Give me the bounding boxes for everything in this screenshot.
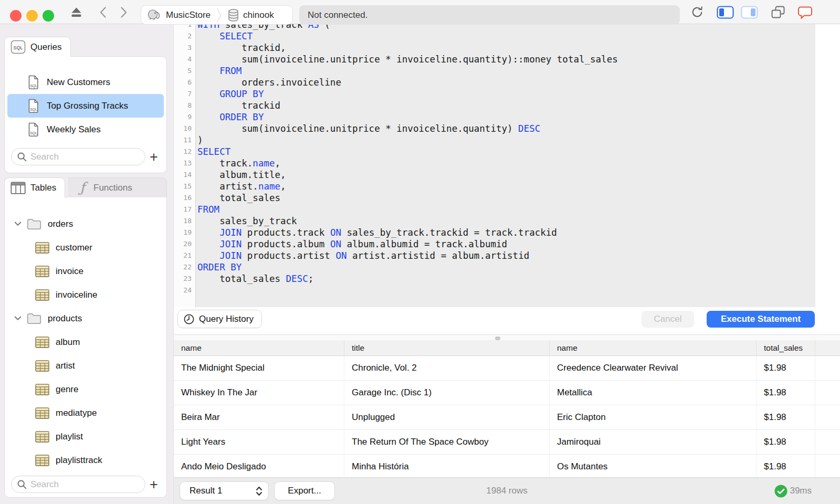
code-area[interactable]: WITH sales_by_track AS ( SELECT trackid,…	[196, 24, 815, 307]
breadcrumb-database[interactable]: chinook	[222, 6, 279, 24]
table-cell[interactable]: Minha História	[344, 455, 550, 477]
refresh-button[interactable]	[690, 6, 705, 18]
feedback-button[interactable]	[797, 6, 813, 18]
tree-expand-toggle[interactable]	[14, 222, 22, 226]
back-button[interactable]	[99, 6, 107, 18]
tab-tables[interactable]: Tables	[4, 177, 65, 197]
table-item-playlisttrack[interactable]: playlisttrack	[5, 448, 166, 472]
breadcrumb-server[interactable]: MusicStore	[141, 6, 216, 24]
tree-item-label: mediatype	[56, 408, 97, 418]
splitter-handle[interactable]	[495, 337, 500, 340]
query-item-weekly-sales[interactable]: SQLWeekly Sales	[7, 118, 164, 141]
queries-search-input[interactable]	[11, 148, 145, 165]
table-cell[interactable]: $1.98	[757, 430, 815, 454]
windows-button[interactable]	[771, 6, 785, 18]
tables-search-input[interactable]	[11, 476, 145, 493]
query-history-label: Query History	[199, 314, 254, 324]
query-item-label: New Customers	[47, 77, 110, 88]
column-header-total-sales-3[interactable]: total_sales	[757, 340, 815, 355]
table-cell[interactable]: Light Years	[174, 430, 344, 454]
tree-expand-toggle[interactable]	[14, 316, 22, 321]
table-item-genre[interactable]: genre	[5, 377, 166, 401]
minimize-button[interactable]	[26, 10, 38, 22]
table-cell[interactable]: Creedence Clearwater Revival	[550, 356, 757, 380]
line-number: 14	[174, 169, 195, 181]
table-item-album[interactable]: album	[5, 330, 166, 354]
table-cell[interactable]: $1.98	[757, 405, 815, 429]
table-cell[interactable]: $1.98	[757, 381, 815, 405]
table-cell[interactable]: Metallica	[550, 381, 757, 405]
table-row[interactable]: Whiskey In The JarGarage Inc. (Disc 1)Me…	[174, 381, 840, 405]
table-cell[interactable]	[815, 405, 840, 429]
table-item-mediatype[interactable]: mediatype	[5, 401, 166, 425]
execute-statement-button[interactable]: Execute Statement	[707, 311, 815, 328]
breadcrumb: MusicStore chinook	[141, 5, 293, 25]
table-cell[interactable]: Beira Mar	[174, 405, 344, 429]
line-number: 19	[174, 227, 195, 238]
table-icon	[35, 384, 49, 395]
right-panel-toggle-button[interactable]	[741, 6, 758, 18]
column-header-title-1[interactable]: title	[344, 340, 550, 355]
connection-status: Not connected.	[299, 5, 680, 25]
column-header-name-0[interactable]: name	[174, 340, 344, 355]
chevron-down-icon	[14, 222, 22, 226]
table-cell[interactable]	[815, 430, 840, 454]
table-item-playlist[interactable]: playlist	[5, 425, 166, 448]
table-item-artist[interactable]: artist	[5, 354, 166, 377]
table-cell[interactable]	[815, 381, 840, 405]
forward-button[interactable]	[120, 6, 128, 18]
code-line: orders.invoiceline	[196, 77, 815, 88]
table-cell[interactable]: The Midnight Special	[174, 356, 344, 380]
query-item-top-grossing-tracks[interactable]: SQLTop Grossing Tracks	[7, 94, 164, 118]
schema-folder-products[interactable]: products	[5, 307, 166, 330]
table-cell[interactable]: $1.98	[757, 356, 815, 380]
left-panel-toggle-button[interactable]	[717, 6, 734, 18]
add-query-button[interactable]: +	[145, 149, 162, 165]
line-number: 1	[174, 24, 195, 30]
add-table-button[interactable]: +	[145, 477, 162, 492]
table-row[interactable]: The Midnight SpecialChronicle, Vol. 2Cre…	[174, 356, 840, 381]
pane-splitter[interactable]	[174, 334, 840, 340]
table-cell[interactable]: Jamiroquai	[550, 430, 757, 454]
tab-queries[interactable]: SQL Queries	[4, 37, 71, 57]
table-icon	[35, 337, 49, 348]
table-row[interactable]: Light YearsThe Return Of The Space Cowbo…	[174, 430, 840, 455]
tab-functions[interactable]: ƒ Functions	[68, 177, 167, 197]
table-cell[interactable]: Unplugged	[344, 405, 550, 429]
table-item-invoiceline[interactable]: invoiceline	[5, 283, 166, 307]
titlebar: MusicStore chinook Not connected.	[0, 0, 840, 24]
zoom-button[interactable]	[43, 10, 54, 22]
table-cell[interactable]: Os Mutantes	[550, 455, 757, 477]
tree-item-label: products	[48, 313, 82, 324]
disconnect-button[interactable]	[70, 6, 83, 18]
query-history-button[interactable]: Query History	[177, 310, 262, 328]
table-row[interactable]: Ando Meio DesligadoMinha HistóriaOs Muta…	[174, 455, 840, 477]
line-number: 15	[174, 181, 195, 192]
table-cell[interactable]: $1.98	[757, 455, 815, 477]
code-line: total_sales DESC;	[196, 273, 815, 285]
code-line: ORDER BY	[196, 261, 815, 273]
column-header-name-2[interactable]: name	[550, 340, 757, 355]
close-button[interactable]	[10, 10, 22, 22]
table-cell[interactable]: Garage Inc. (Disc 1)	[344, 381, 550, 405]
tree-item-label: customer	[56, 243, 92, 253]
table-cell[interactable]: Eric Clapton	[550, 405, 757, 429]
table-cell[interactable]: Ando Meio Desligado	[174, 455, 344, 477]
table-cell[interactable]: Whiskey In The Jar	[174, 381, 344, 405]
tree-item-label: invoice	[56, 266, 83, 277]
sidebar: SQL Queries SQLNew CustomersSQLTop Gross…	[0, 24, 173, 504]
table-cell[interactable]: The Return Of The Space Cowboy	[344, 430, 550, 454]
queries-panel: SQLNew CustomersSQLTop Grossing TracksSQ…	[4, 56, 167, 173]
table-cell[interactable]	[815, 356, 840, 380]
query-item-new-customers[interactable]: SQLNew Customers	[7, 70, 164, 94]
table-cell[interactable]	[815, 455, 840, 477]
table-item-invoice[interactable]: invoice	[5, 259, 166, 283]
cancel-button[interactable]: Cancel	[642, 311, 694, 328]
table-cell[interactable]: Chronicle, Vol. 2	[344, 356, 550, 380]
schema-folder-orders[interactable]: orders	[5, 212, 166, 236]
table-item-customer[interactable]: customer	[5, 236, 166, 259]
sql-editor[interactable]: 123456789101112131415161718192021222324 …	[174, 24, 840, 307]
success-check-icon	[774, 485, 788, 498]
database-name: chinook	[243, 10, 274, 20]
table-row[interactable]: Beira MarUnpluggedEric Clapton$1.98	[174, 405, 840, 430]
